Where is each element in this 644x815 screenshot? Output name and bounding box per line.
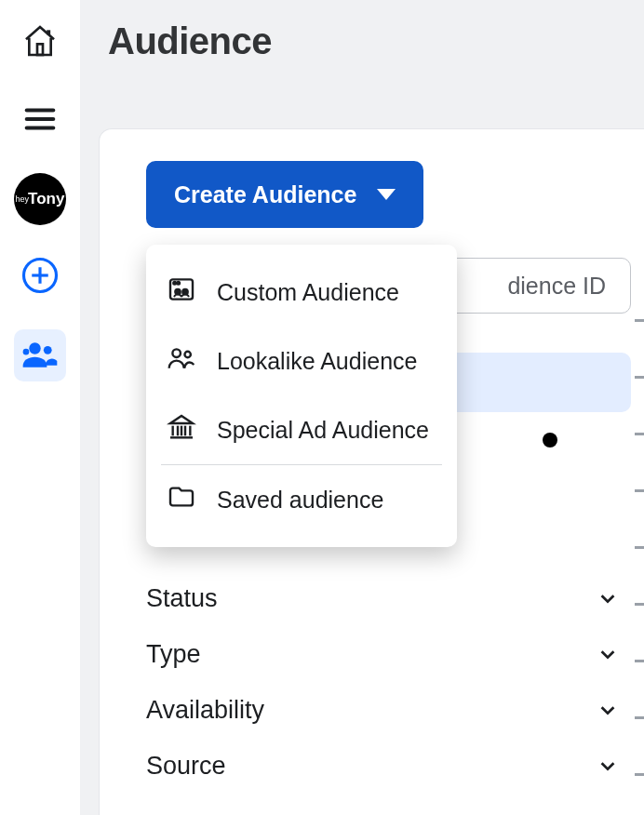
folder-icon (167, 482, 196, 517)
lookalike-icon (167, 343, 196, 379)
plus-circle-icon (20, 256, 60, 299)
people-icon (20, 333, 60, 378)
svg-point-15 (172, 349, 181, 357)
nav-home[interactable] (14, 17, 66, 69)
filter-status[interactable]: Status (146, 570, 618, 626)
svg-point-9 (23, 349, 30, 355)
avatar-prefix: hey (16, 194, 30, 204)
create-audience-menu: Custom Audience Lookalike Audience (146, 245, 457, 547)
nav-audience[interactable] (14, 329, 66, 381)
main-area: Audience Create Audience dience ID (80, 0, 644, 815)
menu-item-label: Special Ad Audience (217, 417, 429, 444)
chevron-down-icon (597, 700, 618, 720)
menu-item-label: Saved audience (217, 487, 383, 514)
create-audience-button[interactable]: Create Audience (146, 161, 423, 228)
filter-source[interactable]: Source (146, 738, 618, 794)
filter-type[interactable]: Type (146, 626, 618, 682)
institution-icon (167, 412, 196, 448)
filter-availability[interactable]: Availability (146, 682, 618, 738)
svg-rect-0 (37, 44, 43, 55)
avatar-name: Tony (28, 190, 64, 208)
nav-menu[interactable] (14, 95, 66, 147)
filter-label: Availability (146, 696, 264, 725)
edge-markers (635, 319, 644, 815)
svg-point-14 (177, 282, 180, 285)
filter-label: Source (146, 752, 226, 781)
svg-point-8 (44, 346, 52, 354)
nav-add[interactable] (14, 251, 66, 303)
menu-item-label: Custom Audience (217, 279, 399, 306)
indicator-dot (543, 433, 557, 448)
caret-down-icon (377, 189, 396, 200)
svg-point-7 (29, 342, 40, 354)
menu-item-custom-audience[interactable]: Custom Audience (146, 258, 457, 327)
account-avatar[interactable]: hey Tony (14, 173, 66, 225)
menu-item-label: Lookalike Audience (217, 348, 417, 375)
chevron-down-icon (597, 588, 618, 608)
sidebar: hey Tony (0, 0, 80, 815)
custom-audience-icon (167, 274, 196, 310)
hamburger-icon (22, 101, 58, 140)
search-visible-text: dience ID (507, 273, 606, 300)
filter-label: Status (146, 584, 218, 613)
svg-point-16 (184, 352, 190, 357)
chevron-down-icon (597, 755, 618, 776)
home-icon (21, 22, 59, 63)
page-title: Audience (80, 0, 644, 62)
menu-item-lookalike-audience[interactable]: Lookalike Audience (146, 327, 457, 395)
filter-label: Type (146, 640, 201, 669)
filters-section: Status Type Availability Source (146, 570, 618, 794)
chevron-down-icon (597, 644, 618, 664)
menu-item-special-ad-audience[interactable]: Special Ad Audience (146, 395, 457, 464)
svg-point-13 (173, 282, 176, 285)
create-audience-label: Create Audience (174, 181, 356, 208)
menu-item-saved-audience[interactable]: Saved audience (146, 465, 457, 534)
content-panel: Create Audience dience ID (99, 128, 644, 815)
